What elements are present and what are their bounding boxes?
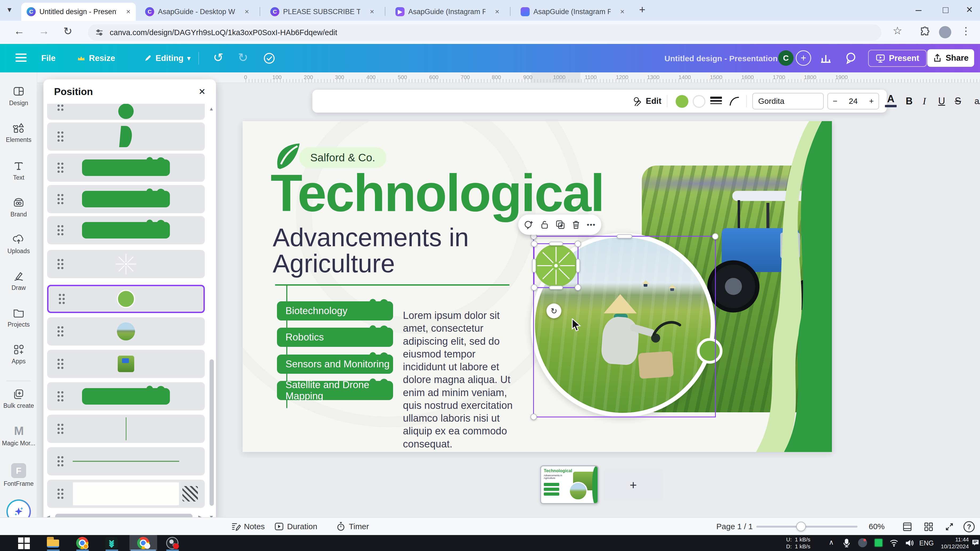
layer-row-horizontal-line[interactable] xyxy=(47,447,205,475)
wifi-icon[interactable] xyxy=(889,539,899,547)
design-title[interactable]: Untitled design - Presentation xyxy=(664,54,778,63)
tab-canva-design[interactable]: C Untitled design - Presentation × xyxy=(21,3,136,21)
layer-row-circle-photo[interactable] xyxy=(47,317,205,346)
slide-title[interactable]: Technological xyxy=(270,163,604,223)
close-tab-icon[interactable]: × xyxy=(620,8,625,16)
strikethrough-button[interactable]: S xyxy=(955,90,961,113)
element-selection-box[interactable] xyxy=(534,243,578,288)
notes-button[interactable]: Notes xyxy=(231,518,265,535)
tray-app-icon[interactable] xyxy=(858,538,867,547)
editing-mode-menu[interactable]: Editing ▾ xyxy=(144,44,190,72)
body-text[interactable]: Lorem ipsum dolor sit amet, consectetur … xyxy=(403,309,515,450)
rotate-handle[interactable]: ↻ xyxy=(546,303,562,318)
font-size-increase[interactable]: + xyxy=(869,97,874,106)
font-family-select[interactable]: Gordita xyxy=(752,93,824,110)
redo-icon[interactable]: ↻ xyxy=(238,50,248,65)
layer-row-brush-bar[interactable] xyxy=(47,185,205,213)
resize-handle-top-right[interactable] xyxy=(575,241,581,247)
new-tab-button[interactable]: + xyxy=(639,4,645,16)
font-size-stepper[interactable]: − 24 + xyxy=(827,93,879,110)
drag-handle-icon[interactable] xyxy=(57,224,64,236)
layer-row-tractor-photo[interactable] xyxy=(47,350,205,378)
microphone-icon[interactable] xyxy=(842,538,851,547)
comment-add-icon[interactable] xyxy=(524,220,534,230)
add-member-button[interactable]: + xyxy=(796,50,811,66)
sidebar-item-apps[interactable]: Apps xyxy=(0,343,37,365)
font-size-value[interactable]: 24 xyxy=(849,97,858,106)
sidebar-item-brand[interactable]: Brand xyxy=(0,197,37,218)
drag-handle-icon[interactable] xyxy=(57,423,64,435)
vertical-scrollbar[interactable] xyxy=(210,359,214,506)
delete-icon[interactable] xyxy=(571,220,581,230)
add-page-button[interactable]: + xyxy=(603,469,663,501)
drag-handle-icon[interactable] xyxy=(57,162,64,173)
sidebar-item-text[interactable]: Text xyxy=(0,160,37,181)
bookmark-star-icon[interactable]: ☆ xyxy=(892,24,902,37)
language-indicator[interactable]: ENG xyxy=(919,539,934,547)
back-icon[interactable]: ← xyxy=(14,25,24,37)
profile-avatar[interactable] xyxy=(939,26,951,38)
resize-handle-bottom[interactable] xyxy=(549,286,563,290)
bullet-satellite[interactable]: Satellite and Drone Mapping xyxy=(277,381,393,400)
close-tab-icon[interactable]: × xyxy=(495,8,499,16)
timer-button[interactable]: Timer xyxy=(336,518,369,535)
forward-icon[interactable]: → xyxy=(39,25,49,37)
scroll-up-icon[interactable]: ▲ xyxy=(209,106,214,112)
text-case-button[interactable]: aA xyxy=(974,90,980,113)
panel-close-icon[interactable]: × xyxy=(199,85,205,98)
browser-menu-icon[interactable]: ⋮ xyxy=(961,25,971,37)
drag-handle-icon[interactable] xyxy=(58,293,65,305)
sidebar-item-bulk-create[interactable]: Bulk create xyxy=(0,388,37,410)
close-tab-icon[interactable]: × xyxy=(126,8,130,16)
chrome-icon[interactable] xyxy=(76,537,88,549)
resize-handle-bottom-left[interactable] xyxy=(530,414,537,420)
window-minimize-button[interactable]: – xyxy=(916,4,921,16)
url-bar[interactable]: canva.com/design/DAGYrh9sLoQ/1ka3oxP0Sox… xyxy=(88,24,881,41)
drag-handle-icon[interactable] xyxy=(57,193,64,205)
drag-handle-icon[interactable] xyxy=(57,258,64,270)
notifications-icon[interactable] xyxy=(972,538,980,546)
font-size-decrease[interactable]: − xyxy=(833,97,838,106)
extensions-icon[interactable] xyxy=(919,27,931,38)
active-app-slab[interactable] xyxy=(129,535,157,551)
bold-button[interactable]: B xyxy=(906,90,913,113)
tab-asapguide-wallpaper[interactable]: C AsapGuide - Desktop Wallpape × xyxy=(140,3,254,21)
sidebar-item-uploads[interactable]: Uploads xyxy=(0,233,37,255)
edit-button[interactable]: Edit xyxy=(633,90,662,113)
duration-button[interactable]: Duration xyxy=(274,518,317,535)
sidebar-item-projects[interactable]: Projects xyxy=(0,306,37,328)
border-color-swatch[interactable] xyxy=(693,95,705,108)
layer-row-background-frame[interactable] xyxy=(47,480,205,508)
pages-view-icon[interactable] xyxy=(924,522,934,532)
page-thumbnail-1[interactable]: Technological Advancements in Agricultur… xyxy=(540,465,599,504)
sidebar-item-fontframe[interactable]: F FontFrame xyxy=(0,463,37,487)
bullet-robotics[interactable]: Robotics xyxy=(277,328,393,347)
drag-handle-icon[interactable] xyxy=(57,391,64,402)
undo-icon[interactable]: ↺ xyxy=(213,50,223,65)
close-tab-icon[interactable]: × xyxy=(245,8,249,16)
present-button[interactable]: Present xyxy=(868,44,927,72)
resize-handle-bottom-right[interactable] xyxy=(575,284,581,291)
tab-instagram-post-video[interactable]: ▶ AsapGuide (Instagram Post) - Y × xyxy=(390,3,504,21)
resize-menu[interactable]: Resize xyxy=(77,44,115,72)
underline-button[interactable]: U xyxy=(938,90,945,113)
start-button[interactable] xyxy=(18,537,30,549)
divider-line-horizontal[interactable] xyxy=(275,284,509,286)
resize-handle-top-left[interactable] xyxy=(531,241,538,247)
sidebar-item-design[interactable]: Design xyxy=(0,85,37,107)
bullet-biotechnology[interactable]: Biotechnology xyxy=(277,301,393,321)
text-color-button[interactable]: A xyxy=(885,94,897,107)
zoom-level[interactable]: 60% xyxy=(869,518,885,535)
hamburger-menu-icon[interactable] xyxy=(16,54,27,62)
resize-handle-right[interactable] xyxy=(576,259,580,273)
zoom-slider-track[interactable] xyxy=(756,526,858,527)
resize-handle-bottom-left[interactable] xyxy=(531,284,538,291)
drag-handle-icon[interactable] xyxy=(57,456,64,467)
comments-icon[interactable] xyxy=(844,51,858,65)
layer-row-brush-bar[interactable] xyxy=(47,154,205,182)
sidebar-item-draw[interactable]: Draw xyxy=(0,270,37,291)
clock[interactable]: 11:44 10/12/2024 xyxy=(940,536,969,550)
more-options-icon[interactable]: ••• xyxy=(587,221,596,229)
tab-subscribe[interactable]: C PLEASE SUBSCRIBE TO THIS CH × xyxy=(265,3,379,21)
drag-handle-icon[interactable] xyxy=(57,131,64,142)
